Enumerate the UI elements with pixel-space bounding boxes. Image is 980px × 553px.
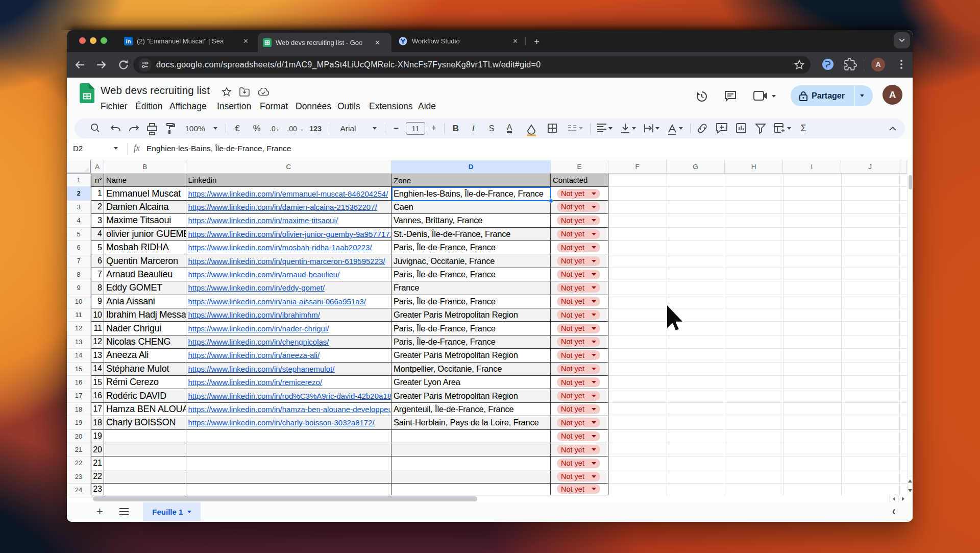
svg-text:in: in (126, 38, 131, 44)
